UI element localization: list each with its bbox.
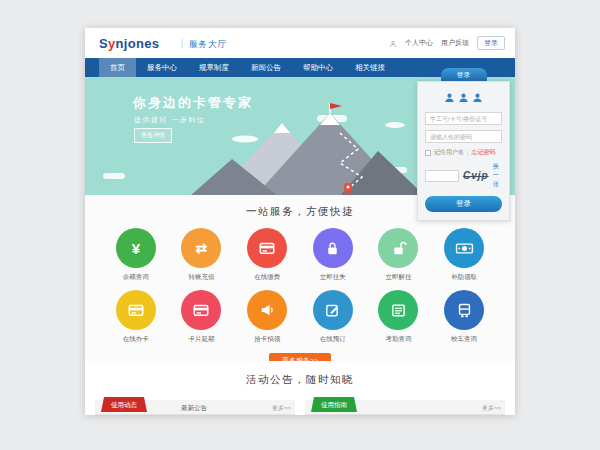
username-input[interactable] — [425, 112, 502, 125]
service-circle — [116, 290, 156, 330]
guide-panel: 使用指南 更多>> — [305, 400, 505, 415]
service-item[interactable]: 在线预订 — [300, 290, 366, 344]
nav-item-服务中心[interactable]: 服务中心 — [136, 58, 188, 77]
login-panel: 登录 记住用户名 | 忘记密码 Cvjp 换一张 — [417, 68, 510, 221]
site-title: 服务大厅 — [189, 39, 227, 51]
banknote-icon — [455, 239, 474, 258]
mountains-illustration — [190, 101, 425, 195]
announcements-section: 活动公告，随时知晓 使用动态 最新公告 更多>> 使用指南 更多>> — [85, 361, 515, 415]
services-grid: ¥余额查询⇄转账充值在线缴费立即挂失立即解挂补助领取在线办卡卡片延期拾卡招领在线… — [85, 219, 515, 352]
captcha-input[interactable] — [425, 170, 459, 182]
user-icon — [472, 89, 483, 107]
service-label: 拾卡招领 — [254, 335, 280, 344]
user-icon — [458, 89, 469, 107]
nav-item-相关链接[interactable]: 相关链接 — [344, 58, 396, 77]
news-more-link[interactable]: 更多>> — [272, 404, 291, 413]
captcha-row: Cvjp 换一张 — [425, 162, 502, 189]
login-form: 记住用户名 | 忘记密码 Cvjp 换一张 登录 — [417, 81, 510, 221]
bus-icon — [456, 302, 473, 319]
list-icon — [390, 302, 407, 319]
logo-accent: y — [108, 36, 116, 51]
desktop-background: Synjones | 服务大厅 个人中心用户反馈 登录 首页服务中心规章制度新闻… — [0, 0, 600, 450]
service-label: 转账充值 — [188, 273, 214, 282]
nav-item-帮助中心[interactable]: 帮助中心 — [292, 58, 344, 77]
service-item[interactable]: 卡片延期 — [169, 290, 235, 344]
login-tab[interactable]: 登录 — [441, 68, 487, 81]
service-item[interactable]: ⇄转账充值 — [169, 228, 235, 282]
card-icon — [127, 301, 145, 319]
users-icon-row — [425, 89, 502, 107]
options-divider: | — [467, 150, 469, 156]
top-header: Synjones | 服务大厅 个人中心用户反馈 登录 — [85, 28, 515, 58]
header-login-button[interactable]: 登录 — [477, 36, 505, 50]
cloud-shape — [103, 173, 125, 179]
service-label: 校车查询 — [451, 335, 477, 344]
portal-page: Synjones | 服务大厅 个人中心用户反馈 登录 首页服务中心规章制度新闻… — [85, 28, 515, 415]
news-panel-header: 使用动态 最新公告 更多>> — [95, 400, 295, 415]
megaphone-icon — [258, 301, 276, 319]
remember-label: 记住用户名 — [434, 148, 464, 157]
captcha-refresh-link[interactable]: 换一张 — [493, 162, 502, 189]
service-circle — [247, 228, 287, 268]
tab-usage-news[interactable]: 使用动态 — [101, 397, 147, 412]
guide-panel-header: 使用指南 更多>> — [305, 400, 505, 415]
nav-item-新闻公告[interactable]: 新闻公告 — [240, 58, 292, 77]
service-label: 在线缴费 — [254, 273, 280, 282]
service-item[interactable]: 在线缴费 — [234, 228, 300, 282]
logo-divider: | — [181, 38, 183, 48]
service-item[interactable]: 校车查询 — [431, 290, 497, 344]
guide-more-link[interactable]: 更多>> — [482, 404, 501, 413]
service-label: 在线办卡 — [123, 335, 149, 344]
service-label: 立即解挂 — [385, 273, 411, 282]
service-circle: ⇄ — [181, 228, 221, 268]
service-label: 在线预订 — [320, 335, 346, 344]
service-circle — [313, 228, 353, 268]
banner-cta-button[interactable]: 查看详情 — [134, 128, 172, 143]
service-label: 补助领取 — [451, 273, 477, 282]
header-link-container: 个人中心用户反馈 — [405, 38, 469, 48]
service-item[interactable]: 拾卡招领 — [234, 290, 300, 344]
service-circle — [181, 290, 221, 330]
logo[interactable]: Synjones — [99, 36, 159, 51]
nav-item-规章制度[interactable]: 规章制度 — [188, 58, 240, 77]
yen-icon: ¥ — [132, 240, 140, 257]
card-icon — [192, 301, 210, 319]
service-item[interactable]: ¥余额查询 — [103, 228, 169, 282]
news-panel: 使用动态 最新公告 更多>> — [95, 400, 295, 415]
password-input[interactable] — [425, 130, 502, 143]
service-circle — [313, 290, 353, 330]
transfer-icon: ⇄ — [196, 240, 208, 256]
tab-latest-announcements[interactable]: 最新公告 — [181, 404, 207, 413]
service-item[interactable]: 考勤查询 — [366, 290, 432, 344]
header-link[interactable]: 个人中心 — [405, 39, 433, 46]
edit-icon — [324, 302, 341, 319]
announcements-title: 活动公告，随时知晓 — [85, 373, 515, 387]
remember-checkbox[interactable] — [425, 150, 431, 156]
service-item[interactable]: 立即解挂 — [366, 228, 432, 282]
service-item[interactable]: 立即挂失 — [300, 228, 366, 282]
service-circle — [444, 228, 484, 268]
header-actions: 个人中心用户反馈 登录 — [389, 28, 505, 58]
user-outline-icon — [389, 34, 397, 52]
service-circle — [247, 290, 287, 330]
captcha-image: Cvjp — [463, 170, 489, 181]
login-submit-button[interactable]: 登录 — [425, 196, 502, 212]
service-circle — [378, 228, 418, 268]
service-label: 余额查询 — [123, 273, 149, 282]
unlock-icon — [390, 240, 407, 257]
lock-icon — [324, 240, 341, 257]
service-item[interactable]: 在线办卡 — [103, 290, 169, 344]
announcement-panels: 使用动态 最新公告 更多>> 使用指南 更多>> — [85, 400, 515, 415]
nav-item-首页[interactable]: 首页 — [99, 58, 136, 77]
header-link[interactable]: 用户反馈 — [441, 39, 469, 46]
service-label: 考勤查询 — [385, 335, 411, 344]
tab-usage-guide[interactable]: 使用指南 — [311, 397, 357, 412]
user-icon — [444, 89, 455, 107]
service-circle — [444, 290, 484, 330]
forgot-password-link[interactable]: 忘记密码 — [472, 148, 496, 157]
service-item[interactable]: 补助领取 — [431, 228, 497, 282]
card-icon — [258, 239, 276, 257]
service-label: 立即挂失 — [320, 273, 346, 282]
service-circle: ¥ — [116, 228, 156, 268]
service-circle — [378, 290, 418, 330]
